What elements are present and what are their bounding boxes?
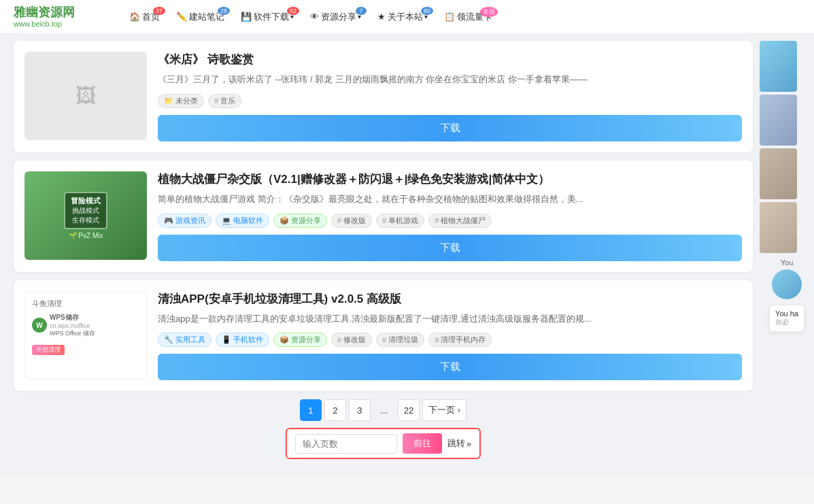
tag-music[interactable]: # 音乐 bbox=[208, 94, 241, 108]
sidebar-thumb-2[interactable] bbox=[760, 95, 797, 146]
nav-item-software[interactable]: 💾 软件下载 52 ▾ bbox=[234, 8, 301, 26]
nav-badge-flow: 名侦 bbox=[480, 7, 498, 17]
pagination-area: 1 2 3 ... 22 下一页 › 前往 跳转 » bbox=[14, 399, 753, 459]
page-btn-22[interactable]: 22 bbox=[398, 399, 420, 421]
card-title-app: 清浊APP(安卓手机垃圾清理工具) v2.0.5 高级版 bbox=[158, 291, 742, 307]
card-body-pvz: 植物大战僵尸杂交版（V2.1|赠修改器＋防闪退＋|绿色免安装游戏|简体中文） 简… bbox=[158, 171, 742, 261]
app-wps-detail: cn.wps.moffice bbox=[50, 322, 95, 329]
thumb-placeholder-icon: 🖼 bbox=[75, 84, 96, 107]
nav-item-home[interactable]: 🏠 首页 37 bbox=[122, 8, 167, 26]
download-btn-poem[interactable]: 下载 bbox=[158, 115, 742, 141]
nav-badge-notes: 28 bbox=[218, 7, 230, 15]
tag-resource-share[interactable]: 📦 资源分享 bbox=[273, 214, 327, 228]
logo-text: 雅幽资源网 bbox=[14, 5, 109, 20]
card-body-app: 清浊APP(安卓手机垃圾清理工具) v2.0.5 高级版 清浊app是一款内存清… bbox=[158, 291, 742, 381]
tag-uncategorized[interactable]: 📁 未分类 bbox=[158, 94, 204, 108]
chat-bubble: You ha 你必 bbox=[769, 305, 804, 332]
card-tags-pvz: 🎮 游戏资讯 💻 电脑软件 📦 资源分享 # 修改版 bbox=[158, 214, 742, 228]
pagination: 1 2 3 ... 22 下一页 › bbox=[300, 399, 467, 421]
header: 雅幽资源网 www.beicb.top 🏠 首页 37 ✏️ 建站笔记 28 💾… bbox=[0, 0, 814, 34]
app-header-row: 斗鱼清理 bbox=[32, 299, 62, 309]
you-label: You bbox=[781, 258, 794, 267]
tag-clean-memory[interactable]: # 清理手机内存 bbox=[428, 333, 492, 347]
pvz-logo: 冒险模式 挑战模式 生存模式 bbox=[64, 192, 107, 229]
app-wps-row: W WPS储存 cn.wps.moffice WPS Office 储存 bbox=[32, 313, 139, 338]
card-desc-app: 清浊app是一款内存清理工具的安卓垃圾清理工具.清浊最新版配置了一键清理,通过清… bbox=[158, 312, 742, 326]
card-title-poem: 《米店》 诗歌鉴赏 bbox=[158, 52, 742, 67]
software-icon: 💾 bbox=[241, 12, 252, 22]
pvz-modes: 🌱 PvZ Mix bbox=[69, 232, 103, 239]
card-title-pvz: 植物大战僵尸杂交版（V2.1|赠修改器＋防闪退＋|绿色免安装游戏|简体中文） bbox=[158, 171, 742, 187]
card-poem: 🖼 《米店》 诗歌鉴赏 《三月》三月了，该听米店了 --张玮玮 / 郭龙 三月的… bbox=[14, 41, 753, 152]
tag-icon-folder: 📁 bbox=[164, 97, 173, 105]
sidebar-thumb-4[interactable] bbox=[760, 202, 797, 253]
tag-mobile-software[interactable]: 📱 手机软件 bbox=[216, 333, 269, 347]
tag-standalone[interactable]: # 单机游戏 bbox=[376, 214, 424, 228]
page-btn-2[interactable]: 2 bbox=[324, 399, 346, 421]
card-body-poem: 《米店》 诗歌鉴赏 《三月》三月了，该听米店了 --张玮玮 / 郭龙 三月的烟雨… bbox=[158, 52, 742, 141]
logo[interactable]: 雅幽资源网 www.beicb.top bbox=[14, 5, 109, 29]
you-avatar bbox=[772, 269, 802, 299]
nav-label-software: 软件下载 bbox=[254, 11, 289, 23]
content-area: 🖼 《米店》 诗歌鉴赏 《三月》三月了，该听米店了 --张玮玮 / 郭龙 三月的… bbox=[14, 41, 753, 470]
page-jump-next-btn[interactable]: 跳转 » bbox=[447, 437, 471, 450]
chat-panel: You You ha 你必 bbox=[760, 258, 814, 332]
tag-pvz-name[interactable]: # 植物大战僵尸 bbox=[428, 214, 492, 228]
app-icon-circle: W bbox=[32, 318, 47, 333]
card-app: 斗鱼清理 W WPS储存 cn.wps.moffice WPS Office 储… bbox=[14, 280, 753, 392]
page-jump-input[interactable] bbox=[295, 434, 397, 454]
card-thumb-pvz: 冒险模式 挑战模式 生存模式 🌱 PvZ Mix bbox=[24, 171, 147, 260]
tag-resource-share-2[interactable]: 📦 资源分享 bbox=[273, 333, 327, 347]
tag-pc-software[interactable]: 💻 电脑软件 bbox=[216, 214, 269, 228]
page-jump-box: 前往 跳转 » bbox=[286, 428, 481, 459]
sidebar-thumb-3[interactable] bbox=[760, 148, 797, 199]
tag-icon-share: 📦 bbox=[279, 216, 289, 225]
nav-badge-resources: 7 bbox=[356, 7, 367, 15]
nav-item-flow[interactable]: 📋 领流量卡 名侦 bbox=[437, 8, 499, 26]
card-desc-poem: 《三月》三月了，该听米店了 --张玮玮 / 郭龙 三月的烟雨飘摇的南方 你坐在你… bbox=[158, 73, 742, 87]
main-nav: 🏠 首页 37 ✏️ 建站笔记 28 💾 软件下载 52 ▾ 👁 资源分享 7 … bbox=[122, 8, 800, 26]
app-wps-label: WPS Office 储存 bbox=[50, 329, 95, 338]
tag-clean-junk[interactable]: # 清理垃圾 bbox=[376, 333, 424, 347]
page-btn-next[interactable]: 下一页 › bbox=[422, 399, 467, 421]
main-container: 🖼 《米店》 诗歌鉴赏 《三月》三月了，该听米店了 --张玮玮 / 郭龙 三月的… bbox=[0, 34, 814, 477]
download-btn-pvz[interactable]: 下载 bbox=[158, 235, 742, 261]
tag-game-news[interactable]: 🎮 游戏资讯 bbox=[158, 214, 211, 228]
tag-modified-2[interactable]: # 修改版 bbox=[331, 333, 372, 347]
nav-label-about: 关于本站 bbox=[388, 11, 423, 23]
home-icon: 🏠 bbox=[129, 12, 140, 22]
app-wps-name: WPS储存 bbox=[50, 313, 95, 322]
flow-icon: 📋 bbox=[444, 12, 455, 22]
nav-badge-software: 52 bbox=[287, 7, 299, 15]
logo-sub: www.beicb.top bbox=[14, 20, 109, 28]
notes-icon: ✏️ bbox=[176, 12, 187, 22]
about-icon: ★ bbox=[377, 12, 386, 22]
app-header-title: 斗鱼清理 bbox=[32, 299, 62, 309]
nav-item-notes[interactable]: ✏️ 建站笔记 28 bbox=[169, 8, 231, 26]
tag-icon-game: 🎮 bbox=[164, 216, 173, 225]
card-tags-poem: 📁 未分类 # 音乐 bbox=[158, 94, 742, 108]
nav-item-resources[interactable]: 👁 资源分享 7 ▾ bbox=[303, 8, 368, 26]
resources-icon: 👁 bbox=[310, 12, 319, 22]
card-thumb-poem: 🖼 bbox=[24, 52, 147, 140]
tag-utility[interactable]: 🔧 实用工具 bbox=[158, 333, 211, 347]
card-pvz: 冒险模式 挑战模式 生存模式 🌱 PvZ Mix 植物大战僵尸杂交版（V2.1|… bbox=[14, 161, 753, 272]
tag-icon-utility: 🔧 bbox=[164, 335, 173, 344]
tag-modified[interactable]: # 修改版 bbox=[331, 214, 372, 228]
nav-label-resources: 资源分享 bbox=[321, 11, 356, 23]
page-jump-btn[interactable]: 前往 bbox=[403, 433, 442, 454]
tag-icon-pc: 💻 bbox=[222, 216, 231, 225]
page-btn-1[interactable]: 1 bbox=[300, 399, 322, 421]
download-btn-app[interactable]: 下载 bbox=[158, 354, 742, 380]
app-tag-btn[interactable]: 开想清理 bbox=[32, 345, 65, 355]
tag-icon-mobile: 📱 bbox=[222, 335, 231, 344]
sidebar-right bbox=[760, 41, 800, 470]
card-thumb-app: 斗鱼清理 W WPS储存 cn.wps.moffice WPS Office 储… bbox=[24, 291, 147, 380]
nav-item-about[interactable]: ★ 关于本站 80 ▾ bbox=[371, 8, 435, 26]
sidebar-thumb-1[interactable] bbox=[760, 41, 797, 92]
card-desc-pvz: 简单的植物大战僵尸游戏 简介：《杂交版》最亮眼之处，就在于各种杂交植物的贴图和效… bbox=[158, 192, 742, 207]
nav-badge-about: 80 bbox=[421, 7, 433, 15]
nav-badge-home: 37 bbox=[153, 7, 165, 15]
page-btn-3[interactable]: 3 bbox=[349, 399, 371, 421]
tag-icon-share-2: 📦 bbox=[279, 335, 289, 344]
